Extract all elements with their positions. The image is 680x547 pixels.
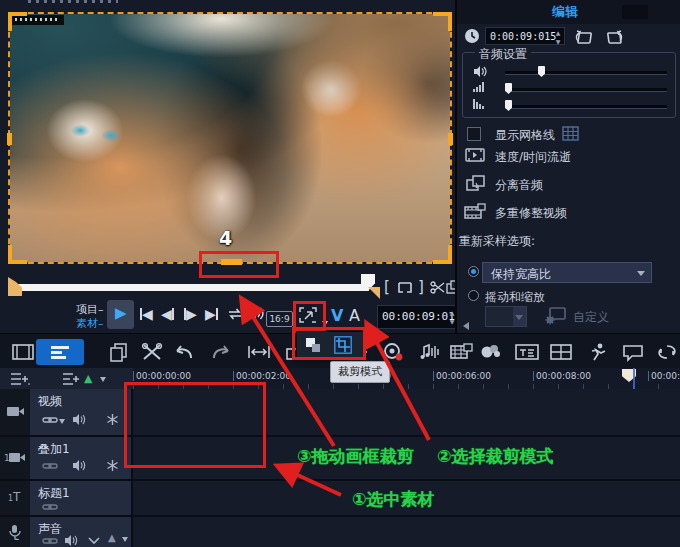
video-track-strip xyxy=(0,389,30,435)
play-button[interactable]: ▶ xyxy=(107,300,134,329)
rotate-right-icon[interactable] xyxy=(603,28,625,45)
keep-aspect-select[interactable]: 保持宽高比 xyxy=(482,262,652,283)
annotation-number-4: 4 xyxy=(219,227,232,249)
ruler-label: 00:00:08:00 xyxy=(533,371,591,381)
track-filter-icon[interactable] xyxy=(106,459,119,472)
next-frame-button[interactable]: ▶ xyxy=(184,303,197,325)
repeat-button[interactable] xyxy=(226,307,244,321)
redo-button[interactable] xyxy=(211,342,233,362)
trim-bar[interactable] xyxy=(8,284,369,291)
storyboard-view-button[interactable] xyxy=(12,342,34,362)
multi-trim-icon[interactable] xyxy=(464,203,486,220)
track-options-button[interactable] xyxy=(62,372,80,386)
painting-creator-button[interactable] xyxy=(479,342,503,362)
video-track-row[interactable]: 视频 ★ 43 未命名.mp4 xyxy=(0,389,680,437)
track-mute-icon[interactable] xyxy=(72,459,86,472)
ripple-edit-button[interactable]: ▲ xyxy=(84,372,92,385)
trim-end-handle[interactable] xyxy=(368,287,380,299)
clip-duration-field[interactable]: 0:00:09:015 ▲▼ xyxy=(485,27,565,45)
track-mute-icon[interactable] xyxy=(64,534,78,547)
video-editor-app: 4 [ ] 项目– 素材– ▶ ◀ ◀ ▶ ▶ 16:9 xyxy=(0,0,680,547)
go-start-button[interactable]: ◀ xyxy=(140,303,153,325)
grid-icon[interactable] xyxy=(562,126,579,141)
fade-in-slider-thumb[interactable] xyxy=(505,83,512,94)
crop-handle-top-left[interactable] xyxy=(8,12,27,31)
rotate-left-icon[interactable] xyxy=(573,28,595,45)
link-icon[interactable] xyxy=(42,534,58,547)
clip-volume-icon xyxy=(473,65,488,78)
mark-out-button[interactable]: ] xyxy=(418,278,424,296)
go-end-button[interactable]: ▶ xyxy=(205,303,218,325)
split-audio-icon[interactable] xyxy=(465,175,485,192)
volume-slider-thumb[interactable] xyxy=(538,66,545,77)
system-volume-button[interactable] xyxy=(248,306,265,321)
subtitle-editor-button[interactable] xyxy=(515,342,539,362)
clip-mode-label[interactable]: 素材– xyxy=(76,313,104,335)
fade-out-slider-thumb[interactable] xyxy=(505,100,512,111)
fade-out-slider[interactable] xyxy=(505,105,667,109)
split-clip-scissors-icon[interactable] xyxy=(430,280,445,295)
overlay-track-header[interactable]: 叠加1 xyxy=(30,437,133,479)
crop-handle-right[interactable] xyxy=(448,133,453,145)
batch-convert-button[interactable] xyxy=(449,342,473,362)
copy-button[interactable] xyxy=(108,342,128,362)
split-audio-label[interactable]: 分离音频 xyxy=(495,177,543,194)
speed-timelapse-icon[interactable] xyxy=(465,147,485,163)
title-track-header[interactable]: 标题1 xyxy=(30,481,133,515)
fit-project-button[interactable] xyxy=(247,342,271,362)
video-track-name: 视频 xyxy=(38,393,62,410)
multi-trim-label[interactable]: 多重修整视频 xyxy=(495,205,567,222)
panel-collapse-arrow[interactable] xyxy=(463,322,469,330)
annotation-box-selected-clip xyxy=(124,382,266,468)
fade-in-slider[interactable] xyxy=(505,88,667,92)
prev-frame-button[interactable]: ◀ xyxy=(161,303,174,325)
track-filter-icon[interactable] xyxy=(106,413,119,426)
tools-button[interactable] xyxy=(141,342,163,362)
trim-start-handle[interactable] xyxy=(8,277,22,296)
track-mute-icon[interactable] xyxy=(72,413,86,426)
volume-slider[interactable] xyxy=(505,71,667,75)
pan-zoom-radio[interactable] xyxy=(468,290,479,301)
title-track-row[interactable]: 1T 标题1 xyxy=(0,481,680,517)
show-grid-checkbox[interactable] xyxy=(467,127,481,141)
tab-inactive-stub[interactable] xyxy=(622,5,648,19)
crop-handle-bottom-right[interactable] xyxy=(433,245,452,264)
speech-to-text-button[interactable] xyxy=(621,342,645,362)
crop-handle-left[interactable] xyxy=(7,133,12,145)
link-icon[interactable] xyxy=(42,413,58,427)
crop-handle-bottom-left[interactable] xyxy=(8,245,27,264)
split-screen-template-button[interactable] xyxy=(550,342,572,362)
motion-tracking-button[interactable] xyxy=(586,342,610,362)
duration-spinner[interactable]: ▲▼ xyxy=(554,28,562,46)
video-toggle-button[interactable]: V xyxy=(331,305,343,327)
link-icon[interactable] xyxy=(42,459,58,473)
record-capture-button[interactable] xyxy=(382,342,404,362)
tab-edit[interactable]: 编辑 xyxy=(515,3,615,22)
mark-in-button[interactable]: [ xyxy=(384,278,390,296)
select-caret-icon xyxy=(637,271,645,276)
sound-mixer-button[interactable] xyxy=(417,342,439,362)
track-up-button[interactable]: ▲ xyxy=(108,532,116,543)
chevron-down-icon[interactable] xyxy=(88,537,100,545)
audio-toggle-button[interactable]: A xyxy=(349,305,360,327)
loop-tool-button[interactable] xyxy=(656,342,678,362)
pan-zoom-label: 摇动和缩放 xyxy=(485,289,545,306)
title-track-strip: 1T xyxy=(0,481,30,515)
link-icon[interactable] xyxy=(42,500,58,514)
video-track-header[interactable]: 视频 xyxy=(30,389,133,435)
crop-handle-top-right[interactable] xyxy=(433,12,452,31)
voice-track-row[interactable]: 声音 ▲ xyxy=(0,517,680,547)
speed-timelapse-label[interactable]: 速度/时间流逝 xyxy=(495,149,571,166)
ruler-label: 00:00:06:00 xyxy=(433,371,491,381)
voice-track-header[interactable]: 声音 ▲ xyxy=(30,517,133,547)
player-timecode[interactable]: 00:00:09:015 ▲▼ xyxy=(377,305,459,329)
annotation-step3: ③拖动画框裁剪 xyxy=(297,445,413,468)
add-track-button[interactable] xyxy=(10,372,30,386)
keep-aspect-radio[interactable] xyxy=(468,266,479,277)
preset-select-button xyxy=(513,307,526,326)
undo-button[interactable] xyxy=(172,342,194,362)
trim-marker-button[interactable] xyxy=(396,281,414,294)
link-caret-icon[interactable] xyxy=(59,419,65,424)
audio-settings-title: 音频设置 xyxy=(475,46,531,63)
annotation-box-crop-mode xyxy=(292,327,366,360)
